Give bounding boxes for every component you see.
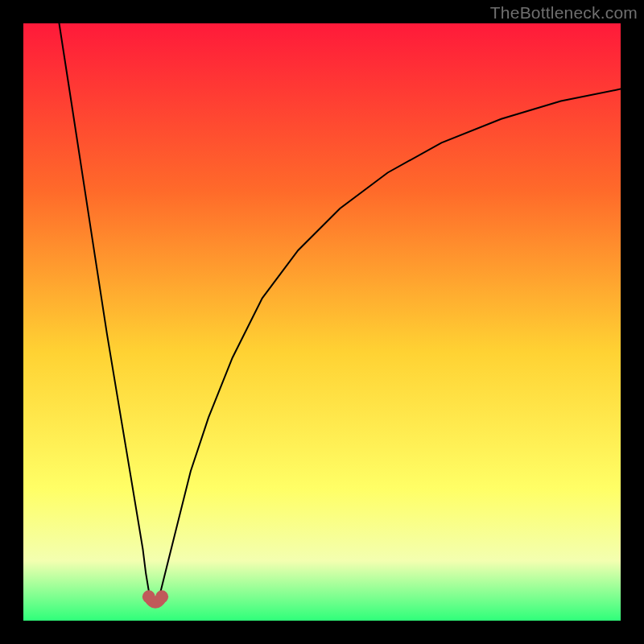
highlight-left-dot <box>142 590 155 603</box>
attribution-text: TheBottleneck.com <box>490 3 638 23</box>
highlight-right-dot <box>155 590 168 603</box>
bottleneck-plot <box>23 23 621 621</box>
plot-frame <box>23 23 621 621</box>
gradient-background <box>23 23 621 621</box>
